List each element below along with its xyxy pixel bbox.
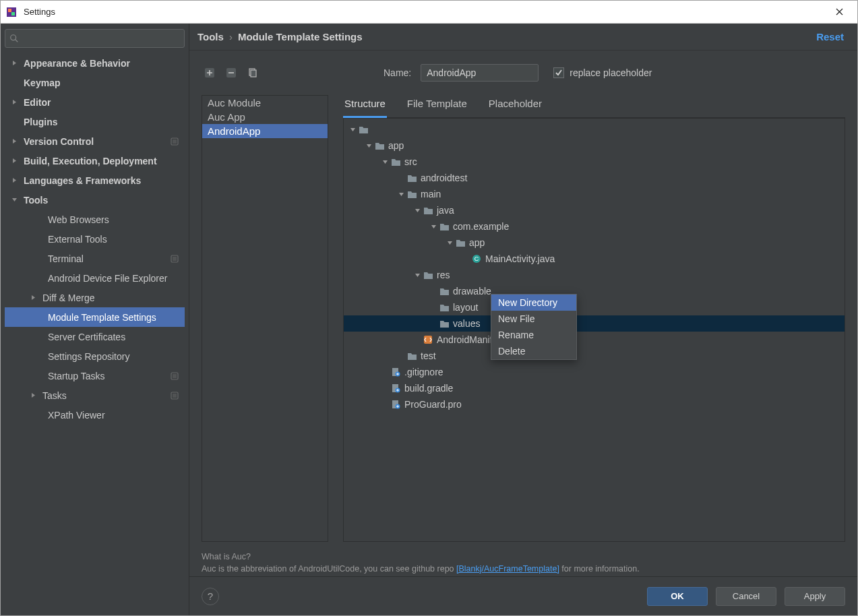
settings-header: Tools › Module Template Settings Reset bbox=[189, 24, 857, 51]
title-bar: Settings bbox=[1, 1, 857, 24]
settings-item[interactable]: XPath Viewer bbox=[5, 405, 185, 425]
settings-item[interactable]: Web Browsers bbox=[5, 210, 185, 229]
svg-point-3 bbox=[11, 35, 16, 40]
copy-button[interactable] bbox=[245, 65, 261, 81]
breadcrumb: Tools › Module Template Settings bbox=[197, 31, 363, 42]
svg-rect-1 bbox=[8, 9, 11, 12]
window-close-button[interactable] bbox=[824, 1, 855, 23]
settings-category[interactable]: Version Control bbox=[5, 131, 185, 151]
structure-tree[interactable]: appsrcandroidtestmainjavacom.exampleappC… bbox=[343, 118, 845, 542]
context-menu-item[interactable]: Rename bbox=[491, 327, 576, 343]
settings-search-input[interactable] bbox=[5, 29, 185, 48]
settings-item[interactable]: Diff & Merge bbox=[5, 288, 185, 307]
chevron-right-icon: › bbox=[229, 31, 233, 42]
tree-leaf[interactable]: layout bbox=[344, 299, 845, 315]
tree-leaf[interactable]: AndroidManifest.xml bbox=[344, 332, 845, 348]
module-list[interactable]: Auc ModuleAuc AppAndroidApp bbox=[202, 95, 328, 542]
tree-folder[interactable]: main bbox=[344, 186, 845, 202]
breadcrumb-root[interactable]: Tools bbox=[197, 31, 224, 42]
tab-bar: StructureFile TemplatePlaceholder bbox=[343, 95, 845, 118]
tree-folder[interactable] bbox=[344, 121, 845, 137]
tree-folder[interactable]: res bbox=[344, 267, 845, 283]
tree-folder[interactable]: app bbox=[344, 137, 845, 154]
footer-desc: Auc is the abbreviation of AndroidUtilCo… bbox=[202, 563, 845, 576]
context-menu-item[interactable]: New File bbox=[491, 311, 576, 327]
tree-leaf[interactable]: test bbox=[344, 348, 845, 364]
module-item[interactable]: Auc App bbox=[202, 110, 328, 124]
settings-category[interactable]: Appearance & Behavior bbox=[5, 53, 185, 73]
svg-line-4 bbox=[16, 40, 18, 42]
svg-rect-12 bbox=[173, 394, 177, 398]
settings-category[interactable]: Editor bbox=[5, 92, 185, 112]
settings-item[interactable]: External Tools bbox=[5, 229, 185, 249]
settings-tree[interactable]: Appearance & BehaviorKeymapEditorPlugins… bbox=[5, 53, 185, 610]
settings-window: Settings Appearance & BehaviorKeymapEdit… bbox=[0, 0, 858, 616]
name-input[interactable] bbox=[421, 64, 539, 82]
search-icon bbox=[9, 34, 19, 43]
app-icon bbox=[6, 7, 17, 18]
svg-rect-6 bbox=[173, 140, 177, 144]
content-area: Appearance & BehaviorKeymapEditorPlugins… bbox=[1, 24, 857, 615]
tree-folder[interactable]: com.example bbox=[344, 218, 845, 235]
module-toolbar bbox=[202, 65, 261, 81]
svg-rect-2 bbox=[11, 12, 15, 16]
tree-folder[interactable]: app bbox=[344, 235, 845, 251]
settings-sidebar: Appearance & BehaviorKeymapEditorPlugins… bbox=[1, 24, 189, 615]
module-item[interactable]: AndroidApp bbox=[202, 124, 328, 138]
ok-button[interactable]: OK bbox=[647, 587, 708, 606]
context-menu-item[interactable]: New Directory bbox=[491, 295, 576, 311]
footer-link[interactable]: [Blankj/AucFrameTemplate] bbox=[456, 564, 559, 574]
settings-item[interactable]: Module Template Settings bbox=[5, 307, 185, 327]
checkbox-icon bbox=[553, 67, 564, 78]
footer-note: What is Auc? Auc is the abbreviation of … bbox=[189, 546, 857, 576]
settings-category[interactable]: Tools bbox=[5, 190, 185, 210]
settings-item[interactable]: Terminal bbox=[5, 249, 185, 268]
replace-placeholder-checkbox[interactable]: replace placeholder bbox=[553, 67, 652, 78]
cancel-button[interactable]: Cancel bbox=[716, 587, 776, 606]
tree-leaf[interactable]: values bbox=[344, 315, 845, 332]
minus-icon bbox=[226, 67, 237, 78]
dialog-button-bar: ? OK Cancel Apply bbox=[189, 576, 857, 615]
tree-leaf[interactable]: .gitignore bbox=[344, 364, 845, 380]
settings-category[interactable]: Languages & Frameworks bbox=[5, 171, 185, 190]
apply-button[interactable]: Apply bbox=[785, 587, 845, 606]
settings-category[interactable]: Build, Execution, Deployment bbox=[5, 151, 185, 171]
help-button[interactable]: ? bbox=[202, 588, 219, 605]
reset-link[interactable]: Reset bbox=[816, 31, 844, 42]
tree-folder[interactable]: java bbox=[344, 202, 845, 218]
module-item[interactable]: Auc Module bbox=[202, 96, 328, 110]
tree-leaf[interactable]: androidtest bbox=[344, 170, 845, 186]
footer-title: What is Auc? bbox=[202, 551, 845, 563]
settings-item[interactable]: Tasks bbox=[5, 386, 185, 405]
context-menu-item[interactable]: Delete bbox=[491, 343, 576, 359]
settings-category[interactable]: Plugins bbox=[5, 112, 185, 131]
name-label: Name: bbox=[384, 67, 411, 78]
tree-folder[interactable]: src bbox=[344, 154, 845, 170]
svg-rect-16 bbox=[251, 70, 256, 77]
copy-icon bbox=[247, 67, 258, 78]
tree-leaf[interactable]: drawable bbox=[344, 283, 845, 299]
settings-category[interactable]: Keymap bbox=[5, 73, 185, 92]
settings-item[interactable]: Settings Repository bbox=[5, 346, 185, 366]
add-button[interactable] bbox=[202, 65, 218, 81]
detail-column: StructureFile TemplatePlaceholder appsrc… bbox=[343, 95, 845, 542]
svg-rect-10 bbox=[173, 374, 177, 378]
svg-rect-8 bbox=[173, 257, 177, 261]
tab[interactable]: File Template bbox=[406, 95, 468, 117]
svg-text:C: C bbox=[474, 255, 479, 262]
settings-item[interactable]: Server Certificates bbox=[5, 327, 185, 346]
remove-button[interactable] bbox=[223, 65, 239, 81]
window-title: Settings bbox=[24, 7, 824, 17]
tree-leaf[interactable]: ProGuard.pro bbox=[344, 396, 845, 412]
svg-rect-19 bbox=[424, 336, 432, 344]
tree-leaf[interactable]: CMainActivity.java bbox=[344, 251, 845, 267]
tab[interactable]: Structure bbox=[343, 95, 387, 118]
top-controls: Name: replace placeholder bbox=[202, 64, 845, 82]
settings-item[interactable]: Android Device File Explorer bbox=[5, 268, 185, 288]
context-menu[interactable]: New DirectoryNew FileRenameDelete bbox=[491, 294, 577, 360]
tree-leaf[interactable]: build.gradle bbox=[344, 380, 845, 396]
breadcrumb-leaf: Module Template Settings bbox=[238, 31, 363, 42]
replace-placeholder-label: replace placeholder bbox=[570, 67, 652, 78]
settings-item[interactable]: Startup Tasks bbox=[5, 366, 185, 386]
tab[interactable]: Placeholder bbox=[487, 95, 543, 117]
